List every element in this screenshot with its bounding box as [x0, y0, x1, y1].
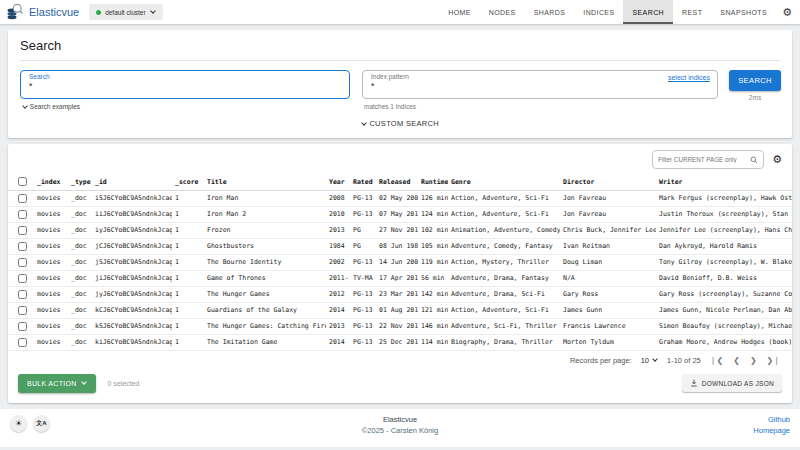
table-cell: 25 Dec 2014: [376, 334, 418, 350]
table-cell: Adventure, Comedy, Fantasy: [448, 238, 560, 254]
table-cell: movies: [34, 270, 68, 286]
table-cell: 17 Apr 2011: [376, 270, 418, 286]
next-page-icon[interactable]: ❯: [750, 356, 757, 365]
table-row[interactable]: movies_docjSJ6CYoBC9ASndnkJcag1The Bourn…: [8, 254, 792, 270]
table-cell: 2014: [326, 302, 350, 318]
table-row[interactable]: movies_dociyJ6CYoBC9ASndnkJcag1Frozen201…: [8, 222, 792, 238]
table-cell: 1: [172, 286, 204, 302]
column-header-rated[interactable]: Rated: [350, 174, 376, 190]
column-header-title[interactable]: Title: [204, 174, 326, 190]
github-link[interactable]: Github: [753, 415, 790, 424]
table-cell: movies: [34, 318, 68, 334]
row-checkbox[interactable]: [18, 226, 27, 235]
prev-page-icon[interactable]: ❮: [733, 356, 740, 365]
table-cell: Action, Adventure, Sci-Fi: [448, 190, 560, 206]
nav-tab-nodes[interactable]: NODES: [480, 0, 525, 24]
column-header-id[interactable]: _id: [92, 174, 172, 190]
table-cell: 2011-: [326, 270, 350, 286]
row-checkbox[interactable]: [18, 274, 27, 283]
last-page-icon[interactable]: ❯❘: [767, 356, 780, 365]
column-header-runtime[interactable]: Runtime: [418, 174, 448, 190]
index-pattern-label: Index pattern: [371, 73, 709, 81]
table-row[interactable]: movies_dociiJ6CYoBC9ASndnkJcag1Iron Man …: [8, 206, 792, 222]
homepage-link[interactable]: Homepage: [753, 426, 790, 435]
row-checkbox[interactable]: [18, 322, 27, 331]
table-cell: PG-13: [350, 206, 376, 222]
row-checkbox[interactable]: [18, 194, 27, 203]
table-row[interactable]: movies_docjCJ6CYoBC9ASndnkJcag1Ghostbust…: [8, 238, 792, 254]
nav-tab-snapshots[interactable]: SNAPSHOTS: [711, 0, 776, 24]
search-form: Search * Search examples Index pattern *…: [20, 70, 780, 110]
row-checkbox[interactable]: [18, 290, 27, 299]
table-cell: 114 min: [418, 334, 448, 350]
custom-search-toggle[interactable]: CUSTOM SEARCH: [20, 110, 780, 134]
column-header-index[interactable]: _index: [34, 174, 68, 190]
row-checkbox[interactable]: [18, 306, 27, 315]
table-cell: Tony Gilroy (screenplay), W. Blake Herro…: [656, 254, 792, 270]
table-row[interactable]: movies_dockiJ6CYoBC9ASndnkJcag1The Imita…: [8, 334, 792, 350]
first-page-icon[interactable]: ❘❮: [710, 356, 723, 365]
table-cell: jyJ6CYoBC9ASndnkJcag: [92, 286, 172, 302]
table-cell: 2008: [326, 190, 350, 206]
row-checkbox[interactable]: [18, 258, 27, 267]
nav-tab-shards[interactable]: SHARDS: [525, 0, 575, 24]
table-cell: _doc: [68, 222, 92, 238]
index-pattern-field[interactable]: Index pattern * select indices: [362, 70, 718, 99]
table-row[interactable]: movies_docjiJ6CYoBC9ASndnkJcag1Game of T…: [8, 270, 792, 286]
search-icon: [750, 156, 758, 164]
select-all-checkbox[interactable]: [18, 177, 27, 186]
table-cell: Action, Mystery, Thriller: [448, 254, 560, 270]
main-nav: HOMENODESSHARDSINDICESSEARCHRESTSNAPSHOT…: [439, 0, 776, 24]
index-pattern-value: *: [371, 81, 709, 91]
table-cell: Iron Man: [204, 190, 326, 206]
footer-info: Elasticvue ©2025 - Carsten König: [0, 415, 800, 435]
column-header-year[interactable]: Year: [326, 174, 350, 190]
table-row[interactable]: movies_dociSJ6CYoBC9ASndnkJcae1Iron Man2…: [8, 190, 792, 206]
search-examples-toggle[interactable]: Search examples: [22, 103, 350, 110]
column-header-score[interactable]: _score: [172, 174, 204, 190]
table-row[interactable]: movies_dockCJ6CYoBC9ASndnkJcag1Guardians…: [8, 302, 792, 318]
table-actions: BULK ACTION 0 selected DOWNLOAD AS JSON: [8, 370, 792, 403]
column-header-genre[interactable]: Genre: [448, 174, 560, 190]
table-cell: TV-MA: [350, 270, 376, 286]
bulk-action-button[interactable]: BULK ACTION: [18, 374, 96, 393]
table-row[interactable]: movies_docjyJ6CYoBC9ASndnkJcag1The Hunge…: [8, 286, 792, 302]
filter-input[interactable]: [658, 156, 750, 163]
table-cell: 2002: [326, 254, 350, 270]
pagination: Records per page: 10 1-10 of 25 ❘❮ ❮ ❯ ❯…: [8, 351, 792, 370]
table-row[interactable]: movies_dockSJ6CYoBC9ASndnkJcag1The Hunge…: [8, 318, 792, 334]
table-cell: 2010: [326, 206, 350, 222]
footer-app-name: Elasticvue: [0, 415, 800, 424]
row-checkbox[interactable]: [18, 242, 27, 251]
nav-tab-indices[interactable]: INDICES: [574, 0, 623, 24]
table-cell: PG-13: [350, 190, 376, 206]
filter-field[interactable]: [652, 150, 764, 169]
download-json-button[interactable]: DOWNLOAD AS JSON: [682, 374, 782, 392]
search-query-field[interactable]: Search *: [20, 70, 350, 99]
settings-gear-icon[interactable]: ⚙: [782, 7, 792, 18]
table-cell: jCJ6CYoBC9ASndnkJcag: [92, 238, 172, 254]
search-button[interactable]: SEARCH: [729, 70, 781, 91]
records-per-page-select[interactable]: 10: [641, 356, 658, 365]
nav-tab-home[interactable]: HOME: [439, 0, 480, 24]
table-cell: Simon Beaufoy (screenplay), Michael Arnd…: [656, 318, 792, 334]
cluster-selector-button[interactable]: default cluster: [89, 4, 162, 20]
column-header-director[interactable]: Director: [560, 174, 656, 190]
row-checkbox[interactable]: [18, 210, 27, 219]
nav-tab-search[interactable]: SEARCH: [623, 0, 673, 24]
table-cell: The Hunger Games: [204, 286, 326, 302]
column-header-type[interactable]: _type: [68, 174, 92, 190]
table-cell: _doc: [68, 286, 92, 302]
results-panel: ⚙ _index_type_id_scoreTitleYearRatedRele…: [8, 144, 792, 403]
select-indices-link[interactable]: select indices: [668, 74, 710, 81]
column-header-writer[interactable]: Writer: [656, 174, 792, 190]
table-settings-gear-icon[interactable]: ⚙: [772, 154, 782, 165]
table-cell: 08 Jun 1984: [376, 238, 418, 254]
row-checkbox[interactable]: [18, 338, 27, 347]
column-header-released[interactable]: Released: [376, 174, 418, 190]
main-content: Search Search * Search examples Index pa…: [0, 24, 800, 403]
table-cell: Animation, Adventure, Comedy: [448, 222, 560, 238]
table-cell: 27 Nov 2013: [376, 222, 418, 238]
table-cell: PG-13: [350, 302, 376, 318]
nav-tab-rest[interactable]: REST: [673, 0, 711, 24]
